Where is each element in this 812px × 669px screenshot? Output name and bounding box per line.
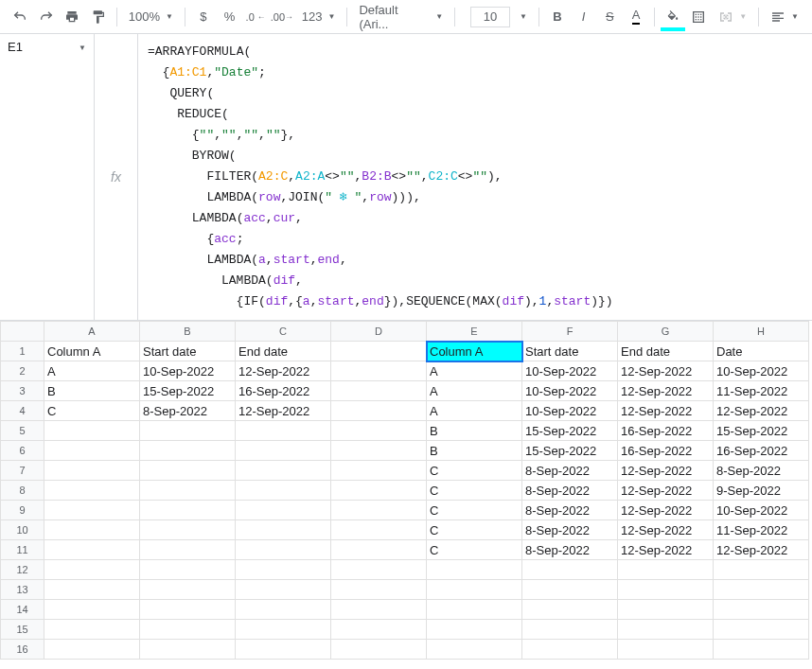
italic-button[interactable]: I (572, 5, 596, 29)
row-header[interactable]: 4 (1, 401, 44, 421)
cell[interactable]: C (427, 540, 522, 560)
cell[interactable] (331, 501, 427, 520)
row-header[interactable]: 2 (1, 361, 44, 381)
cell[interactable] (236, 421, 331, 441)
cell[interactable]: 8-Sep-2022 (522, 481, 618, 501)
cell[interactable] (140, 640, 236, 660)
row-header[interactable]: 16 (1, 640, 44, 660)
increase-decimal-button[interactable]: .00→ (270, 5, 294, 29)
font-dropdown[interactable]: Default (Ari...▼ (353, 5, 449, 29)
cell[interactable]: 16-Sep-2022 (618, 421, 714, 441)
cell[interactable] (140, 520, 236, 540)
column-header[interactable]: E (427, 322, 522, 342)
row-header[interactable]: 13 (1, 580, 44, 600)
column-header[interactable]: A (44, 322, 140, 342)
cell[interactable]: A (427, 361, 522, 381)
cell[interactable]: 10-Sep-2022 (714, 361, 809, 381)
cell[interactable] (618, 580, 714, 600)
cell[interactable]: 8-Sep-2022 (140, 401, 236, 421)
cell[interactable] (140, 600, 236, 620)
cell[interactable] (44, 481, 140, 501)
cell[interactable]: 15-Sep-2022 (140, 381, 236, 401)
cell[interactable]: 12-Sep-2022 (236, 401, 331, 421)
cell[interactable] (140, 441, 236, 461)
font-size-dropdown[interactable]: 10▼ (461, 5, 533, 29)
cell[interactable] (44, 600, 140, 620)
cell[interactable]: 15-Sep-2022 (522, 441, 618, 461)
cell[interactable] (331, 381, 427, 401)
cell[interactable]: 12-Sep-2022 (618, 381, 714, 401)
horizontal-align-dropdown[interactable]: ▼ (765, 5, 804, 29)
cell[interactable]: 15-Sep-2022 (714, 421, 809, 441)
row-header[interactable]: 5 (1, 421, 44, 441)
column-header[interactable]: C (236, 322, 331, 342)
cell[interactable] (44, 461, 140, 481)
cell[interactable]: Start date (522, 342, 618, 361)
column-header[interactable]: F (522, 322, 618, 342)
cell[interactable]: Date (714, 342, 809, 361)
cell[interactable]: Start date (140, 342, 236, 361)
cell[interactable] (714, 600, 809, 620)
cell[interactable] (236, 560, 331, 580)
borders-button[interactable] (687, 5, 712, 29)
cell[interactable]: C (44, 401, 140, 421)
cell[interactable] (44, 520, 140, 540)
cell[interactable] (331, 560, 427, 580)
cell[interactable]: 16-Sep-2022 (618, 441, 714, 461)
cell[interactable] (236, 640, 331, 660)
row-header[interactable]: 1 (1, 342, 44, 361)
cell[interactable]: 12-Sep-2022 (714, 540, 809, 560)
row-header[interactable]: 11 (1, 540, 44, 560)
cell[interactable] (522, 640, 618, 660)
cell[interactable] (714, 620, 809, 640)
cell[interactable] (331, 620, 427, 640)
cell[interactable]: 8-Sep-2022 (522, 540, 618, 560)
select-all-corner[interactable] (1, 322, 44, 342)
cell[interactable]: 9-Sep-2022 (714, 481, 809, 501)
cell[interactable]: A (427, 381, 522, 401)
cell[interactable] (427, 580, 522, 600)
cell[interactable]: 12-Sep-2022 (236, 361, 331, 381)
cell[interactable] (140, 560, 236, 580)
cell[interactable] (618, 620, 714, 640)
cell[interactable]: A (427, 401, 522, 421)
formula-editor[interactable]: =ARRAYFORMULA( {A1:C1,"Date"; QUERY( RED… (138, 34, 812, 320)
cell[interactable] (236, 520, 331, 540)
cell[interactable] (522, 580, 618, 600)
cell[interactable] (44, 540, 140, 560)
column-header[interactable]: B (140, 322, 236, 342)
text-color-button[interactable]: A (624, 5, 648, 29)
cell[interactable]: 12-Sep-2022 (618, 540, 714, 560)
cell[interactable] (140, 421, 236, 441)
cell[interactable]: 8-Sep-2022 (522, 520, 618, 540)
cell[interactable]: 8-Sep-2022 (522, 461, 618, 481)
format-percent-button[interactable]: % (218, 5, 242, 29)
row-header[interactable]: 9 (1, 501, 44, 520)
cell[interactable]: 15-Sep-2022 (522, 421, 618, 441)
cell[interactable] (331, 441, 427, 461)
cell[interactable]: B (44, 381, 140, 401)
row-header[interactable]: 14 (1, 600, 44, 620)
cell[interactable] (236, 580, 331, 600)
cell[interactable] (44, 560, 140, 580)
cell[interactable] (236, 540, 331, 560)
cell[interactable] (331, 640, 427, 660)
cell[interactable]: Column A (427, 342, 522, 361)
cell[interactable] (331, 520, 427, 540)
cell[interactable]: 10-Sep-2022 (522, 361, 618, 381)
row-header[interactable]: 15 (1, 620, 44, 640)
strikethrough-button[interactable]: S (597, 5, 622, 29)
cell[interactable]: 10-Sep-2022 (714, 501, 809, 520)
column-header[interactable]: G (618, 322, 714, 342)
cell[interactable]: End date (236, 342, 331, 361)
cell[interactable] (522, 620, 618, 640)
paint-format-button[interactable] (86, 5, 111, 29)
cell[interactable] (331, 580, 427, 600)
cell[interactable] (236, 501, 331, 520)
cell[interactable] (44, 421, 140, 441)
cell[interactable] (236, 481, 331, 501)
cell[interactable]: B (427, 441, 522, 461)
cell[interactable]: 16-Sep-2022 (236, 381, 331, 401)
cell[interactable] (44, 501, 140, 520)
bold-button[interactable]: B (545, 5, 570, 29)
